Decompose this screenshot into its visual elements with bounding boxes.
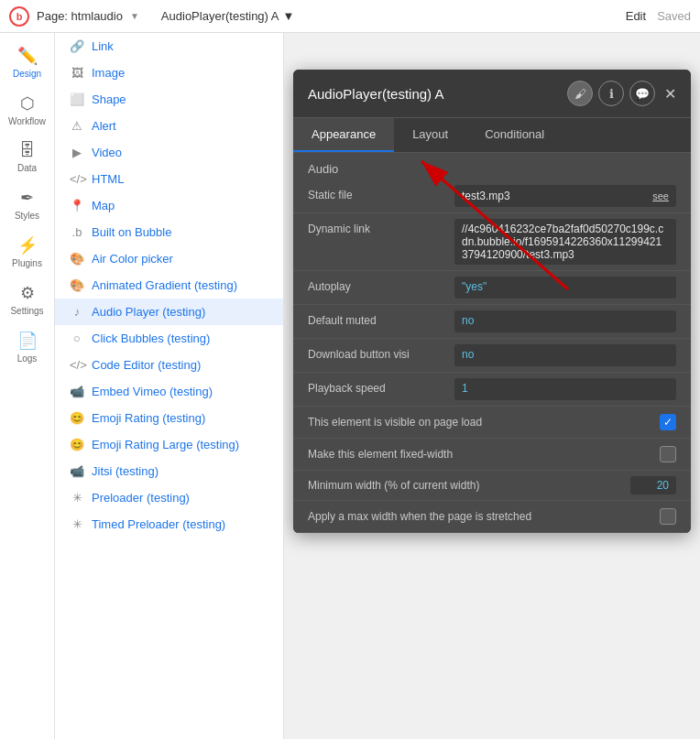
download-button-value[interactable]: no	[454, 344, 676, 366]
static-file-value[interactable]: test3.mp3	[462, 190, 647, 202]
modal-title: AudioPlayer(testing) A	[308, 86, 560, 102]
visible-on-load-label: This element is visible on page load	[308, 416, 652, 429]
topbar: b Page: htmlaudio ▼ AudioPlayer(testing)…	[0, 0, 700, 33]
list-item-shape[interactable]: ⬜Shape	[55, 86, 283, 113]
list-item-image[interactable]: 🖼Image	[55, 60, 283, 86]
list-item-jitsi[interactable]: 📹Jitsi (testing)	[55, 458, 283, 484]
vimeo-label: Embed Vimeo (testing)	[92, 385, 213, 398]
list-item-click-bubbles[interactable]: ○Click Bubbles (testing)	[55, 325, 283, 352]
modal-tabs: Appearance Layout Conditional	[293, 118, 691, 153]
max-width-row: Apply a max width when the page is stret…	[293, 501, 691, 533]
map-icon: 📍	[70, 199, 84, 212]
sidebar-item-design[interactable]: ✏️ Design	[2, 40, 53, 84]
properties-modal: AudioPlayer(testing) A 🖌 ℹ 💬 ✕ Appearanc…	[293, 70, 691, 533]
sidebar-item-data[interactable]: 🗄 Data	[2, 136, 53, 179]
sidebar-item-settings[interactable]: ⚙ Settings	[2, 277, 53, 321]
timed-preloader-label: Timed Preloader (testing)	[92, 517, 225, 531]
emoji-rating-icon: 😊	[70, 411, 84, 425]
element-selector[interactable]: AudioPlayer(testing) A ▼	[161, 9, 295, 23]
icon-sidebar: ✏️ Design ⬡ Workflow 🗄 Data ✒ Styles ⚡ P…	[0, 33, 55, 739]
list-item-preloader[interactable]: ✳Preloader (testing)	[55, 484, 283, 511]
list-item-embed-vimeo[interactable]: 📹Embed Vimeo (testing)	[55, 378, 283, 405]
modal-info-button[interactable]: ℹ	[598, 81, 624, 106]
sidebar-item-plugins[interactable]: ⚡ Plugins	[2, 230, 53, 274]
dynamic-link-row: Dynamic link //4c960416232ce7ba2faf0d502…	[293, 213, 691, 271]
max-width-label: Apply a max width when the page is stret…	[308, 510, 652, 523]
list-item-built-on-bubble[interactable]: .bBuilt on Bubble	[55, 219, 283, 245]
download-button-label: Download button visi	[308, 344, 454, 361]
modal-paint-button[interactable]: 🖌	[567, 81, 593, 106]
sidebar-item-logs[interactable]: 📄 Logs	[2, 325, 53, 369]
image-icon: 🖼	[70, 66, 84, 80]
settings-label: Settings	[10, 306, 43, 316]
emoji-rating-label: Emoji Rating (testing)	[92, 411, 205, 425]
autoplay-label: Autoplay	[308, 277, 454, 293]
list-item-audio-player[interactable]: ♪Audio Player (testing)	[55, 299, 283, 325]
audio-icon: ♪	[70, 305, 84, 319]
tab-conditional[interactable]: Conditional	[466, 118, 563, 152]
list-item-video[interactable]: ▶Video	[55, 139, 283, 166]
min-width-input[interactable]: 20	[630, 476, 676, 494]
page-selector[interactable]: Page: htmlaudio ▼	[37, 9, 139, 23]
element-label: AudioPlayer(testing) A	[161, 9, 279, 23]
list-item-animated-gradient[interactable]: 🎨Animated Gradient (testing)	[55, 272, 283, 299]
settings-icon: ⚙	[20, 283, 35, 303]
list-item-alert[interactable]: ⚠Alert	[55, 113, 283, 139]
static-file-value-container: test3.mp3 see	[454, 185, 676, 207]
fixed-width-label: Make this element fixed-width	[308, 448, 652, 461]
modal-comment-button[interactable]: 💬	[629, 81, 655, 106]
visible-on-load-checkbox[interactable]: ✓	[660, 414, 676, 430]
list-item-html[interactable]: </>HTML	[55, 166, 283, 192]
list-item-code-editor[interactable]: </>Code Editor (testing)	[55, 352, 283, 378]
modal-header: AudioPlayer(testing) A 🖌 ℹ 💬 ✕	[293, 70, 691, 118]
code-editor-icon: </>	[70, 358, 84, 372]
alert-icon: ⚠	[70, 119, 84, 133]
code-editor-label: Code Editor (testing)	[92, 358, 201, 372]
video-icon: ▶	[70, 146, 84, 159]
list-item-timed-preloader[interactable]: ✳Timed Preloader (testing)	[55, 511, 283, 538]
jitsi-label: Jitsi (testing)	[92, 464, 159, 478]
fixed-width-checkbox[interactable]	[660, 446, 676, 462]
link-label: Link	[92, 39, 114, 53]
list-item-link[interactable]: 🔗Link	[55, 33, 283, 60]
elements-list: 🔗Link 🖼Image ⬜Shape ⚠Alert ▶Video </>HTM…	[55, 33, 283, 538]
autoplay-value[interactable]: "yes"	[454, 277, 676, 299]
list-item-map[interactable]: 📍Map	[55, 192, 283, 219]
app-logo: b	[9, 6, 29, 27]
dynamic-link-value[interactable]: //4c960416232ce7ba2faf0d50270c199c.cdn.b…	[454, 219, 676, 265]
data-label: Data	[17, 163, 37, 173]
audio-section-label: Audio	[293, 153, 691, 179]
click-bubbles-icon: ○	[70, 331, 84, 345]
plugins-icon: ⚡	[17, 235, 38, 255]
autoplay-row: Autoplay "yes"	[293, 271, 691, 305]
tab-layout[interactable]: Layout	[394, 118, 466, 152]
edit-button[interactable]: Edit	[626, 9, 646, 23]
main-layout: ✏️ Design ⬡ Workflow 🗄 Data ✒ Styles ⚡ P…	[0, 33, 700, 739]
shape-icon: ⬜	[70, 92, 84, 106]
emoji-rating-large-label: Emoji Rating Large (testing)	[92, 438, 239, 451]
click-bubbles-label: Click Bubbles (testing)	[92, 331, 210, 345]
max-width-checkbox[interactable]	[660, 508, 676, 525]
html-icon: </>	[70, 172, 84, 186]
tab-appearance[interactable]: Appearance	[293, 118, 394, 152]
modal-close-button[interactable]: ✕	[664, 85, 676, 103]
list-item-air-color[interactable]: 🎨Air Color picker	[55, 245, 283, 272]
list-item-emoji-rating[interactable]: 😊Emoji Rating (testing)	[55, 405, 283, 431]
page-label: Page: htmlaudio	[37, 9, 123, 23]
playback-speed-label: Playback speed	[308, 378, 454, 395]
logs-label: Logs	[17, 353, 38, 364]
element-dropdown-arrow: ▼	[282, 9, 294, 23]
static-file-label: Static file	[308, 185, 454, 201]
list-item-emoji-rating-large[interactable]: 😊Emoji Rating Large (testing)	[55, 431, 283, 458]
jitsi-icon: 📹	[70, 464, 84, 478]
elements-panel: 🔗Link 🖼Image ⬜Shape ⚠Alert ▶Video </>HTM…	[55, 33, 284, 739]
sidebar-item-styles[interactable]: ✒ Styles	[2, 182, 53, 226]
playback-speed-value[interactable]: 1	[454, 378, 676, 400]
fixed-width-row: Make this element fixed-width	[293, 439, 691, 471]
static-file-see-link[interactable]: see	[652, 190, 669, 201]
bubble-label: Built on Bubble	[92, 225, 171, 239]
sidebar-item-workflow[interactable]: ⬡ Workflow	[2, 88, 53, 132]
default-muted-value[interactable]: no	[454, 310, 676, 332]
bubble-icon: .b	[70, 225, 84, 239]
workflow-label: Workflow	[8, 116, 46, 126]
